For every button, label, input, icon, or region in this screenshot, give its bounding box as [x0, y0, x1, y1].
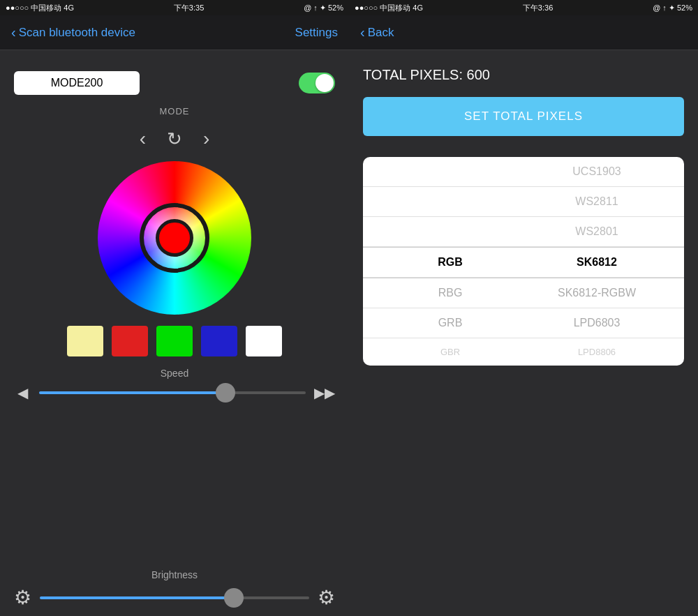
right-status-left: ●●○○○ 中国移动 4G: [355, 3, 423, 13]
left-status-right: @ ↑ ✦ 52%: [304, 3, 343, 13]
mode-input[interactable]: [14, 71, 140, 95]
back-button[interactable]: ‹ Back: [360, 24, 394, 40]
brightness-section: Brightness ⚙ ⚙: [0, 569, 349, 616]
picker-item-lpd6803[interactable]: GRB LPD6803: [363, 308, 684, 338]
yellow-swatch[interactable]: [67, 326, 103, 356]
speed-increase-button[interactable]: ▶▶: [314, 384, 335, 401]
gear-left-icon[interactable]: ⚙: [14, 586, 31, 609]
red-swatch[interactable]: [112, 326, 148, 356]
picker-item-ucs1903[interactable]: UCS1903: [363, 157, 684, 187]
right-back-chevron-icon: ‹: [360, 24, 365, 40]
mode-next-button[interactable]: ›: [203, 128, 209, 150]
picker-item-right-ucs1903: UCS1903: [524, 165, 670, 178]
picker-item-left-gbr: GBR: [377, 347, 524, 357]
white-swatch[interactable]: [246, 326, 282, 356]
blue-swatch[interactable]: [201, 326, 237, 356]
right-panel: ●●○○○ 中国移动 4G 下午3:36 @ ↑ ✦ 52% ‹ Back TO…: [349, 0, 698, 616]
left-status-time: 下午3:35: [174, 3, 204, 13]
toggle-knob: [315, 74, 334, 92]
picker-item-ws2811[interactable]: WS2811: [363, 187, 684, 217]
scan-bluetooth-label: Scan bluetooth device: [19, 26, 135, 40]
speed-slider[interactable]: [39, 391, 306, 394]
mode-refresh-button[interactable]: ↻: [167, 128, 182, 150]
mode-label: MODE: [160, 106, 190, 117]
speed-label: Speed: [14, 368, 335, 379]
toggle-switch[interactable]: [299, 73, 335, 93]
picker-item-right-ws2801: WS2801: [524, 225, 670, 238]
left-nav-bar: ‹ Scan bluetooth device Settings: [0, 15, 349, 50]
picker-list[interactable]: UCS1903 WS2811 WS2801 RGB SK6812 RBG SK6…: [363, 157, 684, 366]
mode-row: [14, 71, 335, 95]
picker-item-sk6812[interactable]: RGB SK6812: [363, 247, 684, 278]
set-total-pixels-button[interactable]: SET TOTAL PIXELS: [363, 97, 684, 136]
left-status-bar: ●●○○○ 中国移动 4G 下午3:35 @ ↑ ✦ 52%: [0, 0, 349, 15]
color-swatches: [67, 326, 282, 356]
brightness-slider[interactable]: [40, 596, 309, 599]
left-content: MODE ‹ ↻ › Speed ◀: [0, 50, 349, 569]
picker-item-ws2801[interactable]: WS2801: [363, 217, 684, 247]
picker-item-right-lpd8806: LPD8806: [524, 347, 670, 357]
total-pixels-display: TOTAL PIXELS: 600: [363, 67, 684, 83]
mode-nav-controls: ‹ ↻ ›: [140, 128, 210, 150]
brightness-label: Brightness: [14, 569, 335, 580]
picker-item-right-lpd6803: LPD6803: [524, 317, 670, 329]
color-wheel[interactable]: [98, 161, 251, 315]
color-wheel-container[interactable]: [98, 161, 251, 315]
brightness-slider-thumb[interactable]: [224, 588, 244, 608]
speed-slider-row: ◀ ▶▶: [14, 384, 335, 401]
left-status-left: ●●○○○ 中国移动 4G: [6, 3, 74, 13]
back-label: Back: [368, 26, 394, 40]
brightness-slider-row: ⚙ ⚙: [14, 586, 335, 609]
speed-section: Speed ◀ ▶▶: [14, 368, 335, 401]
back-chevron-icon: ‹: [11, 24, 16, 40]
picker-item-right-sk6812: SK6812: [524, 256, 670, 269]
right-status-time: 下午3:36: [523, 3, 553, 13]
picker-item-right-sk6812rgbw: SK6812-RGBW: [524, 287, 670, 299]
picker-item-left-grb: GRB: [377, 317, 524, 329]
speed-decrease-button[interactable]: ◀: [14, 384, 31, 401]
right-content: TOTAL PIXELS: 600 SET TOTAL PIXELS UCS19…: [349, 50, 698, 616]
picker-item-sk6812rgbw[interactable]: RBG SK6812-RGBW: [363, 278, 684, 308]
speed-slider-thumb[interactable]: [216, 383, 235, 403]
picker-item-lpd8806[interactable]: GBR LPD8806: [363, 338, 684, 366]
mode-prev-button[interactable]: ‹: [140, 128, 146, 150]
color-wheel-center: [156, 219, 193, 257]
settings-button[interactable]: Settings: [295, 26, 338, 40]
picker-item-left-rgb: RGB: [377, 256, 524, 269]
right-status-right: @ ↑ ✦ 52%: [653, 3, 692, 13]
left-panel: ●●○○○ 中国移动 4G 下午3:35 @ ↑ ✦ 52% ‹ Scan bl…: [0, 0, 349, 616]
gear-right-icon[interactable]: ⚙: [318, 586, 335, 609]
right-status-bar: ●●○○○ 中国移动 4G 下午3:36 @ ↑ ✦ 52%: [349, 0, 698, 15]
scan-bluetooth-back-button[interactable]: ‹ Scan bluetooth device: [11, 24, 135, 40]
green-swatch[interactable]: [156, 326, 193, 356]
right-nav-bar: ‹ Back: [349, 15, 698, 50]
picker-item-right-ws2811: WS2811: [524, 195, 670, 208]
picker-item-left-rbg: RBG: [377, 287, 524, 299]
